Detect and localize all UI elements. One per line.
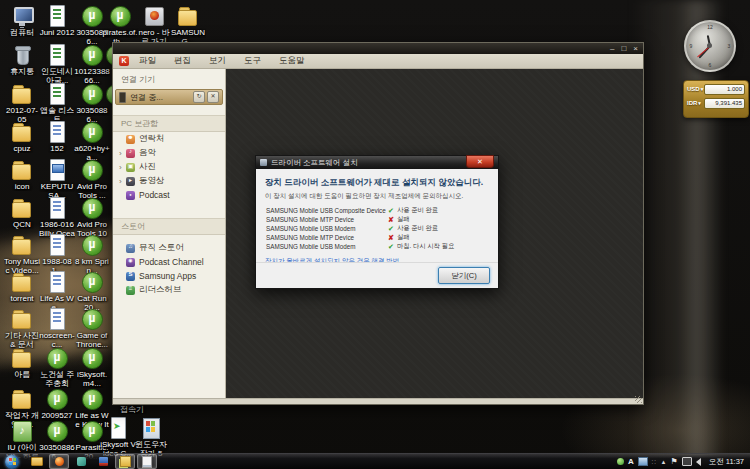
desktop-icon[interactable]: nero - 바로 가기 — [136, 5, 172, 46]
menu-item[interactable]: 보기 — [209, 55, 226, 67]
ime-indicator[interactable]: A — [628, 457, 634, 466]
desktop-icon[interactable]: 8 km Sprin... — [74, 234, 110, 275]
desktop-icon[interactable]: SAMSUNG... — [170, 5, 206, 46]
desktop-icon[interactable]: 접속기 — [114, 404, 150, 414]
menu-item[interactable]: 도구 — [244, 55, 261, 67]
desktop-icon[interactable]: Life As We... — [39, 271, 75, 312]
clock-time[interactable]: 오전 11:37 — [709, 457, 744, 467]
desktop-icon-label: cpuz — [4, 144, 40, 153]
currency-from-value[interactable]: 1.000 — [704, 84, 745, 95]
expander-icon[interactable] — [119, 163, 126, 172]
currency-to-value[interactable]: 9,391.435 — [704, 98, 745, 109]
desktop-icon[interactable]: torrent — [4, 271, 40, 303]
currency-from-selector[interactable]: USD — [687, 86, 704, 92]
file-icon — [80, 271, 104, 293]
desktop-icon[interactable]: 컴퓨터 — [4, 5, 40, 37]
taskbar-buttons — [27, 454, 159, 469]
desktop-icon[interactable]: iSkysoft Video C... — [100, 417, 136, 458]
network-icon[interactable] — [682, 457, 692, 466]
desktop-icon[interactable]: iSkysoft.m4... — [74, 347, 110, 388]
show-hidden-icons-icon[interactable]: ▲ — [661, 459, 667, 465]
desktop-icon[interactable]: Avid Pro Tools 10 ... — [74, 197, 110, 239]
desktop-icon[interactable]: 앱솔 리스트 — [39, 83, 75, 124]
file-icon — [80, 234, 104, 256]
sidebar-item[interactable]: 사진 — [113, 160, 225, 174]
minimize-icon[interactable]: – — [610, 45, 614, 53]
sidebar-item-connecting[interactable]: 연결 중... ↻ ✕ — [115, 89, 223, 105]
sidebar-item[interactable]: 연락처 — [113, 132, 225, 146]
taskbar-button[interactable] — [71, 454, 91, 469]
maximize-icon[interactable]: □ — [621, 45, 626, 53]
desktop-icon[interactable]: 기타 사진 & 문서 — [4, 308, 40, 349]
taskbar-app-icon — [142, 456, 152, 468]
desktop-icon[interactable]: 인도네시아국... — [39, 44, 75, 85]
close-icon[interactable]: ✕ — [466, 155, 494, 168]
close-icon[interactable]: × — [633, 45, 638, 53]
action-center-flag-icon[interactable]: ⚑ — [671, 457, 678, 466]
desktop-icon[interactable]: 1988-081... — [39, 234, 75, 275]
desktop-icon[interactable]: 아름 — [4, 347, 40, 379]
desktop-icon[interactable]: Cat Run 20... — [74, 271, 110, 312]
desktop-icon-label: 접속기 — [114, 405, 150, 414]
kies-titlebar[interactable]: – □ × — [113, 43, 643, 54]
file-icon — [45, 121, 69, 143]
currency-gadget[interactable]: USD 1.000 IDR 9,391.435 — [683, 80, 749, 118]
device-name: SAMSUNG Mobile USB Composite Device — [266, 207, 388, 214]
sidebar-item[interactable]: 리더스허브 — [113, 283, 225, 297]
file-icon — [80, 121, 104, 143]
desktop-icon[interactable]: icon — [4, 159, 40, 191]
sidebar-item[interactable]: 음악 — [113, 146, 225, 160]
sidebar-item[interactable]: Samsung Apps — [113, 269, 225, 283]
taskbar-button[interactable] — [49, 454, 69, 469]
device-status: 실패 — [397, 233, 410, 242]
disconnect-icon[interactable]: ✕ — [207, 91, 219, 103]
sidebar-item-label: 뮤직 스토어 — [139, 242, 184, 254]
desktop-icon[interactable]: 1986-016 Billy Ocean... — [39, 197, 75, 239]
file-icon — [10, 347, 34, 369]
desktop-icon[interactable]: 2012-07-05 — [4, 83, 40, 124]
taskbar-button[interactable] — [115, 454, 135, 469]
currency-to-selector[interactable]: IDR — [687, 100, 704, 106]
expander-icon[interactable] — [119, 149, 126, 158]
desktop-icon[interactable]: Tony Music Video... — [4, 234, 40, 275]
tray-status-icon[interactable] — [617, 458, 624, 465]
refresh-icon[interactable]: ↻ — [193, 91, 205, 103]
desktop-icon[interactable]: pirates.of.th... — [102, 5, 138, 46]
taskbar-button[interactable] — [27, 454, 47, 469]
dialog-footer: 닫기(C) — [256, 262, 498, 288]
start-button[interactable] — [5, 455, 19, 469]
file-icon — [45, 44, 69, 66]
dialog-titlebar[interactable]: 드라이버 소프트웨어 설치 ✕ — [256, 156, 498, 169]
taskbar-button[interactable] — [137, 454, 157, 469]
file-icon — [106, 417, 130, 439]
desktop-icon[interactable]: cpuz — [4, 121, 40, 153]
desktop-icon[interactable]: KEPUTUSA... — [39, 159, 75, 200]
taskbar-button[interactable] — [93, 454, 113, 469]
sidebar-item[interactable]: Podcast Channel — [113, 255, 225, 269]
desktop-icon[interactable]: 152 — [39, 121, 75, 153]
tray-app-icon[interactable] — [638, 457, 648, 466]
desktop-icon[interactable]: Game of Throne... — [74, 308, 110, 349]
close-button[interactable]: 닫기(C) — [438, 267, 490, 284]
desktop-icon[interactable]: 윈도우자장가 5 — [133, 417, 169, 458]
desktop-icon[interactable]: Juni 2012 — [39, 5, 75, 37]
store-items: 뮤직 스토어 Podcast Channel Samsung Apps — [113, 235, 225, 297]
desktop-icon[interactable]: QCN — [4, 197, 40, 229]
sidebar-item[interactable]: 동영상 — [113, 174, 225, 188]
expander-icon[interactable] — [119, 177, 126, 186]
desktop-icon[interactable]: 노건설 주주총회 — [39, 347, 75, 388]
file-icon — [10, 197, 34, 219]
clock-gadget[interactable]: 12 3 6 9 — [684, 20, 736, 72]
menu-item[interactable]: 파일 — [139, 55, 156, 67]
sidebar-item[interactable]: Podcast — [113, 188, 225, 202]
desktop-icon[interactable]: noscreen-c... — [39, 308, 75, 349]
device-status: 사용 준비 완료 — [397, 206, 438, 215]
volume-icon[interactable] — [696, 458, 701, 466]
desktop-icon[interactable]: 휴지통 — [4, 44, 40, 76]
desktop-icon[interactable]: a620+by+a... — [74, 121, 110, 162]
menu-item[interactable]: 도움말 — [279, 55, 305, 67]
menu-item[interactable]: 편집 — [174, 55, 191, 67]
sidebar-item[interactable]: 뮤직 스토어 — [113, 241, 225, 255]
desktop-icon[interactable]: Avid Pro Tools ... — [74, 159, 110, 200]
file-icon — [10, 83, 34, 105]
